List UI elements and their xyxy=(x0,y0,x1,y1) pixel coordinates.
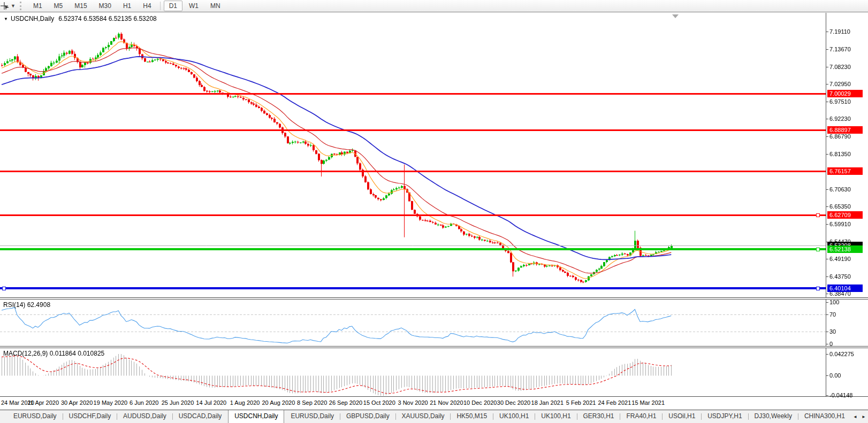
time-axis-label: 5 Feb 2021 xyxy=(566,399,596,406)
price-chart-canvas[interactable] xyxy=(0,13,868,297)
rsi-canvas[interactable] xyxy=(0,299,868,346)
tab-eurusd-daily[interactable]: EURUSD,Daily xyxy=(7,410,63,423)
tab-audusd-daily[interactable]: AUDUSD,Daily xyxy=(117,410,172,423)
tab-fra40-h1[interactable]: FRA40,H1 xyxy=(620,410,662,423)
timeframe-button-m5[interactable]: M5 xyxy=(49,1,68,11)
crosshair-tool-icon[interactable] xyxy=(0,2,10,10)
rsi-axis-label: 70 xyxy=(829,311,867,318)
macd-pane: MACD(12,26,9) 0.011864 0.010825 xyxy=(0,348,868,397)
time-axis-label: 19 May 2020 xyxy=(94,399,128,406)
timeframe-button-w1[interactable]: W1 xyxy=(184,1,204,11)
chart-title: ▼USDCNH,Daily6.52374 6.53584 6.52135 6.5… xyxy=(4,15,157,22)
price-axis-tick-label: 6.86790 xyxy=(829,133,867,140)
tab-usdcad-daily[interactable]: USDCAD,Daily xyxy=(173,410,228,423)
chart-ohlc-values: 6.52374 6.53584 6.52135 6.53208 xyxy=(58,15,157,22)
time-axis-label: 6 Jun 2020 xyxy=(130,399,158,406)
tab-usdjpy-h1[interactable]: USDJPY,H1 xyxy=(702,410,748,423)
time-axis-label: 30 Apr 2020 xyxy=(61,399,93,406)
timeframe-button-m1[interactable]: M1 xyxy=(28,1,48,11)
rsi-pane: RSI(14) 62.4908 xyxy=(0,299,868,347)
tab-xauusd-daily[interactable]: XAUUSD,Daily xyxy=(396,410,451,423)
time-axis-label: 25 Jun 2020 xyxy=(162,399,194,406)
time-axis-label: 15 Oct 2020 xyxy=(363,399,395,406)
price-axis-tick-label: 7.08230 xyxy=(829,64,867,70)
macd-canvas[interactable] xyxy=(0,348,868,396)
macd-indicator-label: MACD(12,26,9) 0.011864 0.010825 xyxy=(3,350,104,357)
level-price-label: 6.62709 xyxy=(827,211,863,219)
level-price-label: 7.00029 xyxy=(827,90,863,97)
timeframe-button-mn[interactable]: MN xyxy=(205,1,226,11)
chart-dropdown-icon[interactable]: ▼ xyxy=(4,17,8,21)
price-axis-tick-label: 6.43750 xyxy=(829,273,867,280)
time-axis-label: 24 Feb 2021 xyxy=(598,399,631,406)
tab-china300-h1[interactable]: CHINA300,H1 xyxy=(798,410,851,423)
top-toolbar: ▼ M1M5M15M30H1H4D1W1MN xyxy=(0,0,868,12)
price-axis-tick-label: 6.70630 xyxy=(829,186,867,193)
timeframe-button-m30[interactable]: M30 xyxy=(94,1,117,11)
tab-hk50-m15[interactable]: HK50,M15 xyxy=(451,410,493,423)
rsi-axis-label: 0 xyxy=(829,341,867,347)
time-axis-label: 18 Jan 2021 xyxy=(531,399,564,406)
price-axis-tick-label: 6.65350 xyxy=(829,203,867,210)
price-pane: ▼USDCNH,Daily6.52374 6.53584 6.52135 6.5… xyxy=(0,13,868,298)
timeframe-toolbar: M1M5M15M30H1H4D1W1MN xyxy=(27,1,226,11)
mt4-terminal: ▼ M1M5M15M30H1H4D1W1MN ▼USDCNH,Daily6.52… xyxy=(0,0,868,423)
price-axis-tick-label: 6.97510 xyxy=(829,98,867,105)
tab-usoil-h1[interactable]: USOil,H1 xyxy=(663,410,701,423)
tab-eurusd-daily[interactable]: EURUSD,Daily xyxy=(285,410,340,423)
tab-usdcnh-daily[interactable]: USDCNH,Daily xyxy=(228,410,284,423)
tab-ger30-h1[interactable]: GER30,H1 xyxy=(577,410,620,423)
price-axis-tick-label: 6.81350 xyxy=(829,151,867,157)
time-axis-label: 14 Jul 2020 xyxy=(196,399,226,406)
tab-usdchf-daily[interactable]: USDCHF,Daily xyxy=(63,410,117,423)
rsi-axis-label: 30 xyxy=(829,328,867,335)
time-axis-label: 11 Apr 2020 xyxy=(28,399,59,406)
timeframe-button-m15[interactable]: M15 xyxy=(69,1,92,11)
level-price-label: 6.40104 xyxy=(827,284,863,292)
tab-scroll-left-icon[interactable]: ◄ xyxy=(851,410,859,423)
price-axis-tick-label: 7.13670 xyxy=(829,46,867,52)
tab-dj30-weekly[interactable]: DJ30,Weekly xyxy=(749,410,798,423)
price-axis-tick-label: 6.49190 xyxy=(829,256,867,262)
tab-uk100-h1[interactable]: UK100,H1 xyxy=(493,410,535,423)
time-axis-label: 21 Nov 2020 xyxy=(430,399,463,406)
price-axis-tick-label: 6.92230 xyxy=(829,116,867,122)
time-axis-label: 15 Mar 2021 xyxy=(631,399,665,406)
time-axis-label: 3 Nov 2020 xyxy=(398,399,428,406)
rsi-indicator-label: RSI(14) 62.4908 xyxy=(3,301,50,309)
macd-axis-label: 0.00 xyxy=(829,372,867,379)
tool-dropdown-caret[interactable]: ▼ xyxy=(11,3,16,9)
timeframe-button-h4[interactable]: H4 xyxy=(138,1,156,11)
time-axis-label: 10 Dec 2020 xyxy=(463,399,497,406)
time-axis-label: 20 Aug 2020 xyxy=(262,399,295,406)
rsi-axis-label: 100 xyxy=(829,299,867,305)
tab-gbpusd-daily[interactable]: GBPUSD,Daily xyxy=(340,410,395,423)
price-axis-tick-label: 7.02950 xyxy=(829,81,867,87)
price-axis-tick-label: 7.19110 xyxy=(829,28,867,35)
timeframe-button-h1[interactable]: H1 xyxy=(118,1,136,11)
crosshair-glyph xyxy=(0,2,10,10)
level-price-label: 6.76157 xyxy=(827,167,863,175)
chart-tab-bar: EURUSD,DailyUSDCHF,DailyAUDUSD,DailyUSDC… xyxy=(0,410,868,423)
tab-bar-left-pad xyxy=(0,410,7,423)
time-axis-label: 30 Dec 2020 xyxy=(497,399,530,406)
timeframe-button-d1[interactable]: D1 xyxy=(164,1,182,11)
time-axis-label: 1 Aug 2020 xyxy=(230,399,260,406)
tab-uk100-h1[interactable]: UK100,H1 xyxy=(535,410,576,423)
toolbar-grip[interactable] xyxy=(20,2,24,10)
chart-symbol-period: USDCNH,Daily xyxy=(11,15,54,22)
price-axis-tick-label: 6.59910 xyxy=(829,221,867,227)
tab-scroll-right-icon[interactable]: ► xyxy=(859,410,868,423)
time-axis-label: 8 Sep 2020 xyxy=(297,399,327,406)
time-axis[interactable]: 24 Mar 202011 Apr 202030 Apr 202019 May … xyxy=(0,397,868,410)
macd-axis-label: 0.042275 xyxy=(829,351,867,357)
toolbar-separator xyxy=(160,2,161,10)
macd-axis-label: -0.04148 xyxy=(829,392,867,398)
level-price-label: 6.52138 xyxy=(827,245,863,253)
level-price-label: 6.88897 xyxy=(827,126,863,134)
time-axis-label: 26 Sep 2020 xyxy=(329,399,362,406)
